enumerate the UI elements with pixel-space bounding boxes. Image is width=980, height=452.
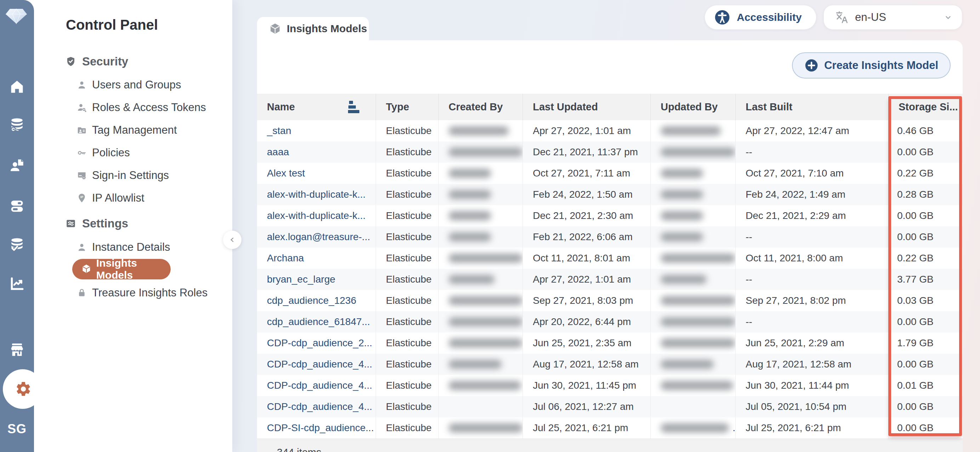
cell-type: Elasticube (375, 120, 438, 141)
redacted-updated-by (661, 147, 735, 157)
tab-insights-models[interactable]: Insights Models (257, 17, 369, 40)
model-name-link[interactable]: alex-with-duplicate-k... (267, 189, 366, 200)
table-row[interactable]: CDP-SI-cdp_audience...ElasticubeJul 25, … (257, 417, 963, 439)
table-row[interactable]: cdp_audience_61847...ElasticubeApr 20, 2… (257, 311, 963, 333)
sidebar-item-insights-models-active[interactable]: Insights Models (72, 259, 171, 279)
cell-name: Alex test (257, 163, 375, 184)
model-name-link[interactable]: alex-with-duplicate-k... (267, 210, 366, 221)
redacted-created-by (449, 254, 523, 263)
model-name-link[interactable]: Archana (267, 252, 304, 264)
cell-updated-by-redacted (651, 290, 735, 311)
table-row[interactable]: CDP-cdp_audience_4...ElasticubeJun 30, 2… (257, 375, 963, 396)
cell-created-by-redacted (438, 290, 523, 311)
model-name-link[interactable]: cdp_audience_61847... (267, 316, 370, 328)
cell-last-built: -- (735, 141, 888, 163)
table-row[interactable]: CDP-cdp_audience_4...ElasticubeAug 17, 2… (257, 354, 963, 375)
cell-created-by-redacted (438, 120, 523, 141)
model-name-link[interactable]: bryan_ec_large (267, 274, 335, 285)
column-header[interactable]: Last Updated (523, 94, 651, 120)
model-name-link[interactable]: cdp_audience_1236 (267, 295, 356, 306)
table-row[interactable]: ArchanaElasticubeOct 11, 2021, 8:01 amOc… (257, 247, 963, 269)
redacted-updated-by (661, 275, 707, 284)
model-name-link[interactable]: CDP-cdp_audience_4... (267, 358, 372, 370)
model-name-link[interactable]: Alex test (267, 168, 305, 179)
cell-type: Elasticube (375, 184, 438, 205)
translate-icon (835, 10, 849, 24)
accessibility-button[interactable]: Accessibility (705, 5, 816, 30)
person-icon (76, 242, 87, 252)
model-name-link[interactable]: CDP-cdp_audience_4... (267, 401, 372, 412)
redacted-created-by (449, 147, 523, 157)
cell-last-built: Jul 25, 2021, 6:21 pm (735, 417, 888, 439)
sidebar-item-ip-allowlist[interactable]: IP IP Allowlist (76, 192, 145, 205)
sidebar-item-roles-access-tokens[interactable]: Roles & Access Tokens (76, 101, 206, 114)
model-name-link[interactable]: CDP-SI-cdp_audience... (267, 422, 374, 434)
cell-last-built: -- (735, 311, 888, 333)
cell-created-by-redacted (438, 163, 523, 184)
folder-person-icon (76, 125, 87, 135)
language-select[interactable]: en-US (824, 5, 962, 30)
cell-last-updated: Jul 06, 2021, 12:27 am (523, 396, 651, 417)
model-name-link[interactable]: alex.logan@treasure-... (267, 231, 370, 243)
cell-storage-size: 0.00 GB (888, 205, 963, 226)
model-name-link[interactable]: _stan (267, 125, 291, 136)
table-row[interactable]: _stanElasticubeApr 27, 2022, 1:01 amApr … (257, 120, 963, 141)
column-header[interactable]: Created By (438, 94, 523, 120)
column-header[interactable]: Updated By (651, 94, 735, 120)
column-header[interactable]: Type (375, 94, 438, 120)
sidebar-item-sign-in-settings[interactable]: Sign-in Settings (76, 169, 169, 182)
cell-last-built: Jul 05, 2021, 10:54 pm (735, 396, 888, 417)
column-header-label: Last Updated (533, 101, 598, 113)
cell-updated-by-redacted (651, 226, 735, 247)
cell-created-by-redacted (438, 375, 523, 396)
sidebar-item-treasure-insights-roles[interactable]: Treasure Insights Roles (76, 287, 207, 299)
cell-created-by-redacted (438, 333, 523, 354)
cell-last-built: -- (735, 269, 888, 290)
table-row[interactable]: CDP-cdp_audience_2...ElasticubeJun 25, 2… (257, 333, 963, 354)
insights-models-card: Create Insights Model NameTypeCreated By… (257, 40, 963, 452)
table-row[interactable]: alex-with-duplicate-k...ElasticubeDec 21… (257, 205, 963, 226)
model-name-link[interactable]: aaaa (267, 146, 289, 158)
column-header[interactable]: Last Built (735, 94, 888, 120)
table-row[interactable]: CDP-cdp_audience_4...ElasticubeJul 06, 2… (257, 396, 963, 417)
column-header[interactable]: Storage Si... (888, 94, 963, 120)
redacted-created-by (449, 232, 491, 241)
model-name-link[interactable]: CDP-cdp_audience_2... (267, 338, 372, 349)
table-row[interactable]: alex-with-duplicate-k...ElasticubeFeb 24… (257, 184, 963, 205)
sidebar-item-tag-management[interactable]: Tag Management (76, 124, 177, 136)
table-row[interactable]: Alex testElasticubeOct 27, 2021, 7:11 am… (257, 163, 963, 184)
cell-updated-by-redacted (651, 205, 735, 226)
cell-storage-size: 1.79 GB (888, 333, 963, 354)
table-row[interactable]: alex.logan@treasure-...ElasticubeFeb 21,… (257, 226, 963, 247)
shield-check-icon (65, 56, 76, 67)
cell-type: Elasticube (375, 247, 438, 269)
accessibility-icon (714, 9, 730, 25)
cell-type: Elasticube (375, 141, 438, 163)
column-header-label: Created By (449, 101, 503, 113)
sidebar-item-policies[interactable]: Policies (76, 146, 130, 159)
cell-last-updated: Feb 24, 2022, 1:50 am (523, 184, 651, 205)
table-row[interactable]: aaaaElasticubeDec 21, 2021, 11:37 pm--0.… (257, 141, 963, 163)
table-row[interactable]: bryan_ec_largeElasticubeApr 27, 2022, 1:… (257, 269, 963, 290)
cell-updated-by-redacted (651, 396, 735, 417)
table-row[interactable]: cdp_audience_1236ElasticubeSep 27, 2021,… (257, 290, 963, 311)
cube-icon (269, 23, 281, 35)
cell-name: bryan_ec_large (257, 269, 375, 290)
cell-type: Elasticube (375, 163, 438, 184)
cell-created-by-redacted (438, 205, 523, 226)
sidebar-collapse-button[interactable] (223, 231, 242, 249)
cell-last-updated: Apr 20, 2022, 6:44 pm (523, 311, 651, 333)
sidebar-item-instance-details[interactable]: Instance Details (76, 241, 170, 254)
cell-storage-size: 0.46 GB (888, 120, 963, 141)
cell-last-built: Dec 21, 2021, 2:29 am (735, 205, 888, 226)
column-header[interactable]: Name (257, 94, 375, 120)
cube-icon (81, 264, 91, 274)
sort-ascending-icon[interactable] (348, 101, 360, 113)
sidebar-item-users-and-groups[interactable]: Users and Groups (76, 79, 181, 91)
chevron-down-icon (943, 13, 953, 22)
create-insights-model-button[interactable]: Create Insights Model (792, 52, 951, 79)
redacted-updated-by (661, 381, 733, 390)
cell-updated-by-redacted (651, 354, 735, 375)
model-name-link[interactable]: CDP-cdp_audience_4... (267, 380, 372, 391)
cell-updated-by-redacted (651, 269, 735, 290)
